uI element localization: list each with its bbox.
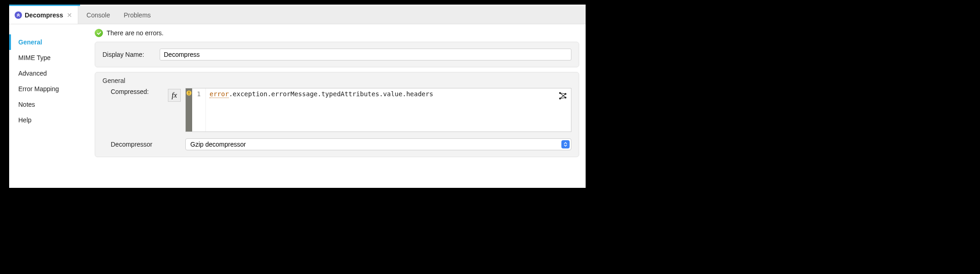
- general-section-title: General: [102, 77, 571, 84]
- display-name-group: Display Name:: [95, 42, 579, 67]
- sidebar-item-notes[interactable]: Notes: [9, 97, 88, 112]
- svg-rect-7: [188, 94, 189, 95]
- sidebar-item-label: General: [18, 38, 42, 46]
- svg-rect-6: [188, 92, 189, 93]
- display-name-input[interactable]: [160, 49, 571, 60]
- marker-gutter: [186, 88, 192, 132]
- code-keyword: error: [210, 90, 229, 98]
- sidebar-item-advanced[interactable]: Advanced: [9, 66, 88, 81]
- app-window: Decompress ✕ Console Problems General MI…: [9, 5, 586, 188]
- sidebar-item-label: Notes: [18, 101, 35, 108]
- sidebar-item-error-mapping[interactable]: Error Mapping: [9, 81, 88, 97]
- display-name-label: Display Name:: [102, 51, 155, 58]
- general-group: General Compressed: fx 1 error.exception…: [95, 72, 579, 157]
- sidebar-item-help[interactable]: Help: [9, 112, 88, 128]
- sidebar: General MIME Type Advanced Error Mapping…: [9, 24, 88, 188]
- ok-icon: [95, 29, 103, 37]
- decompressor-select[interactable]: [185, 138, 571, 150]
- close-icon[interactable]: ✕: [67, 11, 72, 19]
- status-bar: There are no errors.: [88, 24, 586, 42]
- code-rest: .exception.errorMessage.typedAttributes.…: [229, 90, 433, 98]
- code-area[interactable]: error.exception.errorMessage.typedAttrib…: [206, 88, 571, 132]
- body: General MIME Type Advanced Error Mapping…: [9, 24, 586, 188]
- tab-console[interactable]: Console: [78, 6, 115, 24]
- sidebar-item-label: MIME Type: [18, 54, 51, 61]
- tab-problems[interactable]: Problems: [115, 6, 156, 24]
- graph-icon[interactable]: [558, 91, 567, 100]
- line-number-gutter: 1: [192, 88, 206, 132]
- fx-button[interactable]: fx: [168, 89, 181, 102]
- decompressor-label: Decompressor: [111, 141, 163, 148]
- decompress-icon: [15, 11, 22, 19]
- warning-icon: [186, 90, 192, 96]
- tab-label: Decompress: [25, 11, 63, 19]
- sidebar-item-label: Advanced: [18, 70, 47, 77]
- main-panel: There are no errors. Display Name: Gener…: [88, 24, 586, 188]
- sidebar-item-general[interactable]: General: [9, 34, 88, 50]
- tab-decompress[interactable]: Decompress ✕: [9, 6, 78, 24]
- status-text: There are no errors.: [107, 29, 164, 37]
- sidebar-item-label: Help: [18, 116, 32, 124]
- sidebar-item-mime-type[interactable]: MIME Type: [9, 50, 88, 66]
- compressed-label: Compressed:: [111, 88, 163, 95]
- tab-bar: Decompress ✕ Console Problems: [9, 6, 586, 24]
- tab-label: Console: [86, 11, 110, 19]
- tab-label: Problems: [124, 11, 151, 19]
- expression-editor[interactable]: 1 error.exception.errorMessage.typedAttr…: [185, 88, 571, 132]
- decompressor-select-wrap: [185, 138, 571, 150]
- sidebar-item-label: Error Mapping: [18, 85, 59, 93]
